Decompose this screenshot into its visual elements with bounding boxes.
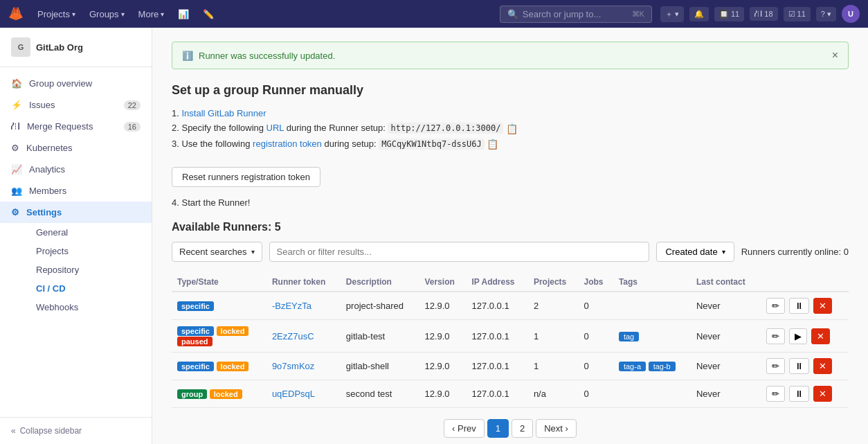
- badge-locked: locked: [210, 389, 242, 399]
- pause-button[interactable]: ⏸: [789, 298, 809, 314]
- pause-button[interactable]: ⏸: [789, 386, 809, 402]
- kubernetes-icon: ⚙: [11, 143, 19, 153]
- prev-page-button[interactable]: ‹ Prev: [444, 419, 485, 438]
- sidebar-item-members[interactable]: 👥 Members: [0, 180, 152, 202]
- row2-badges: specific locked paused: [172, 320, 266, 353]
- reset-token-button[interactable]: Reset runners registration token: [172, 167, 320, 187]
- col-version: Version: [419, 273, 466, 292]
- runner-token-link[interactable]: 2EzZ7usC: [272, 331, 314, 341]
- sidebar-subitem-cicd[interactable]: CI / CD: [25, 279, 152, 298]
- delete-button[interactable]: ✕: [811, 328, 830, 344]
- recent-searches-dropdown[interactable]: Recent searches ▾: [172, 242, 262, 262]
- install-runner-link[interactable]: Install GitLab Runner: [181, 108, 266, 118]
- runner-token-link[interactable]: -BzEYzTa: [272, 301, 311, 311]
- runner-token-link[interactable]: uqEDPsqL: [272, 389, 315, 399]
- edit-button[interactable]: ✏: [766, 386, 785, 402]
- nav-groups[interactable]: Groups ▾: [84, 6, 130, 22]
- chevron-down-icon: ▾: [121, 10, 125, 18]
- row4-version: 12.9.0: [419, 380, 466, 408]
- row4-last-contact: Never: [691, 380, 759, 408]
- success-alert: ℹ️ Runner was successfully updated. ×: [172, 42, 849, 69]
- runner-search-input[interactable]: [269, 242, 650, 262]
- copy-token-button[interactable]: 📋: [487, 139, 498, 150]
- sidebar-subitem-general[interactable]: General: [25, 223, 152, 242]
- merge-button[interactable]: ⛙ 18: [750, 7, 777, 21]
- row4-token: uqEDPsqL: [266, 380, 341, 408]
- row4-actions: ✏ ⏸ ✕: [759, 380, 849, 408]
- setup-step-1: Install GitLab Runner: [172, 106, 849, 121]
- edit-button[interactable]: ✏: [766, 328, 785, 344]
- row2-actions: ✏ ▶ ✕: [759, 320, 849, 353]
- edit-button[interactable]: ✏: [766, 358, 785, 374]
- row4-projects: n/a: [528, 380, 579, 408]
- date-dropdown-icon: ▾: [722, 248, 725, 256]
- tag-label: tag: [619, 332, 639, 341]
- delete-button[interactable]: ✕: [813, 386, 832, 402]
- merge-icon: ⛙: [11, 121, 20, 132]
- row2-description: gitlab-test: [341, 320, 419, 353]
- collapse-sidebar[interactable]: « Collapse sidebar: [0, 417, 152, 444]
- page-2-button[interactable]: 2: [512, 419, 533, 438]
- row1-description: project-shared: [341, 292, 419, 320]
- row3-badges: specific locked: [172, 353, 266, 380]
- layout: G GitLab Org 🏠 Group overview ⚡ Issues 2…: [0, 0, 868, 444]
- row1-projects: 2: [528, 292, 579, 320]
- filters-row: Recent searches ▾ Created date ▾ Runners…: [172, 242, 849, 262]
- nav-icons: ＋ ▾ 🔔 🔲 11 ⛙ 18 ☑ 11 ? ▾ U: [660, 5, 860, 23]
- alert-close-button[interactable]: ×: [832, 49, 838, 62]
- col-tags: Tags: [613, 273, 691, 292]
- runner-token-link[interactable]: 9o7smKoz: [272, 361, 314, 371]
- issues-button[interactable]: 🔲 11: [714, 7, 744, 21]
- col-projects: Projects: [528, 273, 579, 292]
- search-input[interactable]: [523, 9, 628, 19]
- sidebar-subitem-webhooks[interactable]: Webhooks: [25, 298, 152, 317]
- badge-locked: locked: [217, 362, 249, 371]
- col-description: Description: [341, 273, 419, 292]
- runners-table: Type/State Runner token Description Vers…: [172, 273, 849, 408]
- plus-button[interactable]: ＋ ▾: [660, 6, 684, 22]
- search-icon: 🔍: [507, 9, 518, 19]
- chevron-down-icon: ▾: [161, 10, 164, 18]
- chevron-down-icon: ▾: [72, 10, 75, 18]
- tag-b-label: tag-b: [649, 362, 676, 371]
- issues-icon: ⚡: [11, 100, 22, 110]
- todos-button[interactable]: ☑ 11: [784, 7, 811, 21]
- brand-logo[interactable]: [8, 6, 24, 21]
- delete-button[interactable]: ✕: [813, 298, 832, 314]
- sidebar-subitem-repository[interactable]: Repository: [25, 260, 152, 279]
- user-avatar[interactable]: U: [842, 5, 860, 23]
- pause-button[interactable]: ⏸: [789, 358, 809, 374]
- sidebar-subitem-projects[interactable]: Projects: [25, 242, 152, 260]
- row4-description: second test: [341, 380, 419, 408]
- col-token: Runner token: [266, 273, 341, 292]
- url-link[interactable]: URL: [266, 123, 284, 133]
- row3-description: gitlab-shell: [341, 353, 419, 380]
- next-page-button[interactable]: Next ›: [536, 419, 577, 438]
- sidebar-item-issues[interactable]: ⚡ Issues 22: [0, 94, 152, 116]
- settings-subnav: General Projects Repository CI / CD Webh…: [0, 223, 152, 317]
- edit-button[interactable]: ✏: [766, 298, 785, 314]
- delete-button[interactable]: ✕: [813, 358, 832, 374]
- search-box[interactable]: 🔍 ⌘K: [500, 6, 652, 23]
- table-row: specific locked paused 2EzZ7usC gitlab-t…: [172, 320, 849, 353]
- nav-chart[interactable]: 📊: [172, 6, 195, 22]
- nav-projects[interactable]: Projects ▾: [32, 6, 81, 22]
- created-date-button[interactable]: Created date ▾: [656, 242, 734, 262]
- sidebar-item-analytics[interactable]: 📈 Analytics: [0, 159, 152, 180]
- sidebar-item-group-overview[interactable]: 🏠 Group overview: [0, 73, 152, 94]
- nav-snippet[interactable]: ✏️: [197, 6, 219, 22]
- table-header-row: Type/State Runner token Description Vers…: [172, 273, 849, 292]
- sidebar-item-settings[interactable]: ⚙ Settings: [0, 202, 152, 223]
- help-button[interactable]: ? ▾: [816, 7, 836, 21]
- nav-more[interactable]: More ▾: [133, 6, 170, 22]
- copy-url-button[interactable]: 📋: [506, 123, 518, 134]
- sidebar-item-merge-requests[interactable]: ⛙ Merge Requests 16: [0, 116, 152, 137]
- bell-button[interactable]: 🔔: [689, 7, 709, 21]
- play-button[interactable]: ▶: [789, 328, 807, 344]
- org-header[interactable]: G GitLab Org: [0, 28, 152, 67]
- registration-link[interactable]: registration token: [253, 139, 322, 149]
- badge-locked: locked: [217, 326, 249, 336]
- sidebar-item-kubernetes[interactable]: ⚙ Kubernetes: [0, 137, 152, 159]
- page-1-button[interactable]: 1: [487, 419, 509, 438]
- row4-badges: group locked: [172, 380, 266, 408]
